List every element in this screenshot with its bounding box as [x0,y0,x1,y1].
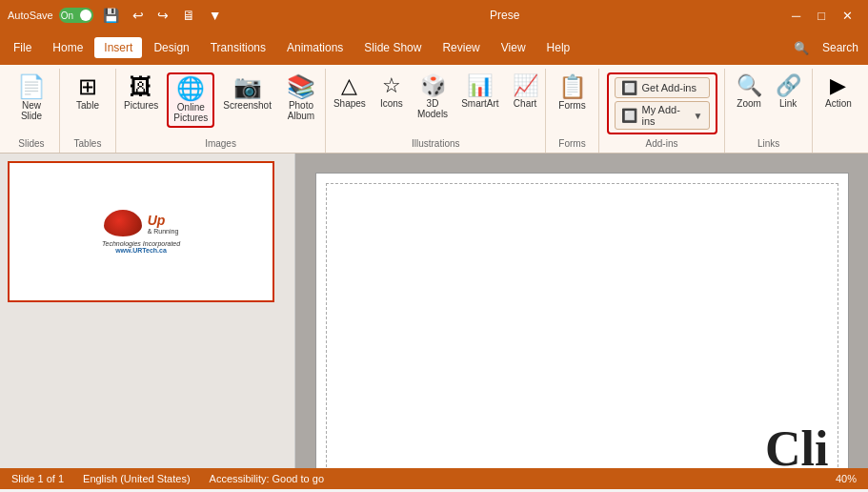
slide-canvas[interactable]: Cli [315,173,849,468]
pictures-icon: 🖼 [130,75,152,98]
smartart-icon: 📊 [467,75,493,96]
ribbon-group-slides: 📄 NewSlide Slides [4,69,60,153]
title-bar-right: ─ □ ✕ [784,7,860,25]
menu-view[interactable]: View [492,37,535,58]
autosave-on-label: On [61,10,73,21]
menu-transitions[interactable]: Transitions [201,37,275,58]
my-addins-label: My Add-ins [642,104,689,127]
slide-info: Slide 1 of 1 [11,473,64,484]
action-icon: ▶ [830,75,846,96]
autosave-knob [80,10,91,21]
icons-icon: ☆ [382,75,401,96]
status-bar-right: 40% [836,473,857,484]
ribbon-group-illustrations: △ Shapes ☆ Icons 🎲 3DModels 📊 SmartArt 📈… [326,69,546,153]
screenshot-button[interactable]: 📷 Screenshot [218,72,276,113]
close-button[interactable]: ✕ [835,7,860,25]
slides-group-label: Slides [18,134,44,149]
my-addins-dropdown-icon[interactable]: ▼ [694,111,703,121]
main-area: 1 Up & Running Technologies Incorpo [0,154,868,468]
menu-bar: File Home Insert Design Transitions Anim… [0,31,868,65]
menu-review[interactable]: Review [433,37,489,58]
title-bar-title: Prese [226,9,784,22]
autosave-toggle[interactable]: On [59,8,93,23]
zoom-level: 40% [836,473,857,484]
my-addins-button[interactable]: 🔲 My Add-ins ▼ [615,101,710,130]
table-icon: ⊞ [78,75,97,98]
my-addins-icon: 🔲 [621,108,637,123]
status-bar: Slide 1 of 1 English (United States) Acc… [0,468,868,489]
addins-group-label: Add-ins [646,134,678,149]
chart-icon: 📈 [513,75,538,96]
redo-icon[interactable]: ↪ [153,6,172,25]
ribbon-group-links: 🔍 Zoom 🔗 Link Links [725,69,812,153]
undo-icon[interactable]: ↩ [129,6,148,25]
minimize-button[interactable]: ─ [784,7,808,25]
content-placeholder [326,183,838,468]
table-button[interactable]: ⊞ Table [67,72,109,113]
chart-button[interactable]: 📈 Chart [508,72,543,112]
get-addins-icon: 🔲 [621,80,637,95]
screenshot-icon: 📷 [233,75,262,98]
dropdown-icon[interactable]: ▼ [205,6,226,25]
addins-box: 🔲 Get Add-ins 🔲 My Add-ins ▼ [607,72,717,134]
forms-button[interactable]: 📋 Forms [554,72,592,113]
new-slide-button[interactable]: 📄 NewSlide [10,72,52,124]
illustrations-group-label: Illustrations [412,134,460,149]
zoom-icon: 🔍 [737,75,762,96]
search-icon[interactable]: 🔍 [788,37,815,59]
menu-slideshow[interactable]: Slide Show [354,37,431,58]
menu-file[interactable]: File [4,37,41,58]
get-addins-button[interactable]: 🔲 Get Add-ins [615,77,710,98]
accessibility-info: Accessibility: Good to go [210,473,324,484]
online-pictures-icon: 🌐 [176,77,205,100]
ribbon-group-action: ▶ Action [813,69,864,153]
maximize-button[interactable]: □ [810,7,833,25]
menu-insert[interactable]: Insert [94,37,142,58]
zoom-button[interactable]: 🔍 Zoom [732,72,767,112]
save-icon[interactable]: 💾 [99,6,123,25]
slides-panel: 1 Up & Running Technologies Incorpo [0,154,295,468]
menu-help[interactable]: Help [537,37,580,58]
new-slide-icon: 📄 [17,75,46,98]
links-group-label: Links [757,134,779,149]
ribbon: 📄 NewSlide Slides ⊞ Table Tables 🖼 Pictu… [0,65,868,154]
forms-group-label: Forms [558,134,585,149]
present-icon[interactable]: 🖥 [178,6,199,25]
canvas-text: Cli [765,421,828,468]
autosave-label: AutoSave [8,10,53,21]
title-bar: AutoSave On 💾 ↩ ↪ 🖥 ▼ Prese ─ □ ✕ [0,0,868,31]
photo-album-icon: 📚 [287,75,315,98]
icons-button[interactable]: ☆ Icons [374,72,409,112]
forms-icon: 📋 [558,75,587,98]
action-button[interactable]: ▶ Action [819,72,858,112]
ribbon-group-forms: 📋 Forms Forms [546,69,598,153]
smartart-button[interactable]: 📊 SmartArt [456,72,503,112]
link-button[interactable]: 🔗 Link [771,72,806,112]
ribbon-group-images: 🖼 Pictures 🌐 OnlinePictures 📷 Screenshot… [116,69,326,153]
menu-design[interactable]: Design [144,37,198,58]
shapes-button[interactable]: △ Shapes [329,72,371,112]
images-group-label: Images [205,134,236,149]
slide-thumbnail[interactable]: Up & Running Technologies Incorporated w… [8,161,274,302]
title-bar-left: AutoSave On 💾 ↩ ↪ 🖥 ▼ [8,6,226,25]
tables-group-label: Tables [74,134,102,149]
search-label[interactable]: Search [817,37,864,58]
ribbon-group-addins: 🔲 Get Add-ins 🔲 My Add-ins ▼ Add-ins [599,69,726,153]
shapes-icon: △ [341,75,357,96]
photo-album-button[interactable]: 📚 PhotoAlbum [280,72,322,124]
3d-models-button[interactable]: 🎲 3DModels [413,72,453,122]
canvas-area: Cli [295,154,868,468]
language-info: English (United States) [83,473,191,484]
link-icon: 🔗 [776,75,801,96]
pictures-button[interactable]: 🖼 Pictures [119,72,163,113]
get-addins-label: Get Add-ins [642,82,696,93]
online-pictures-button[interactable]: 🌐 OnlinePictures [167,72,214,128]
ribbon-group-tables: ⊞ Table Tables [60,69,116,153]
menu-animations[interactable]: Animations [277,37,353,58]
3d-models-icon: 🎲 [420,75,446,96]
menu-home[interactable]: Home [43,37,92,58]
